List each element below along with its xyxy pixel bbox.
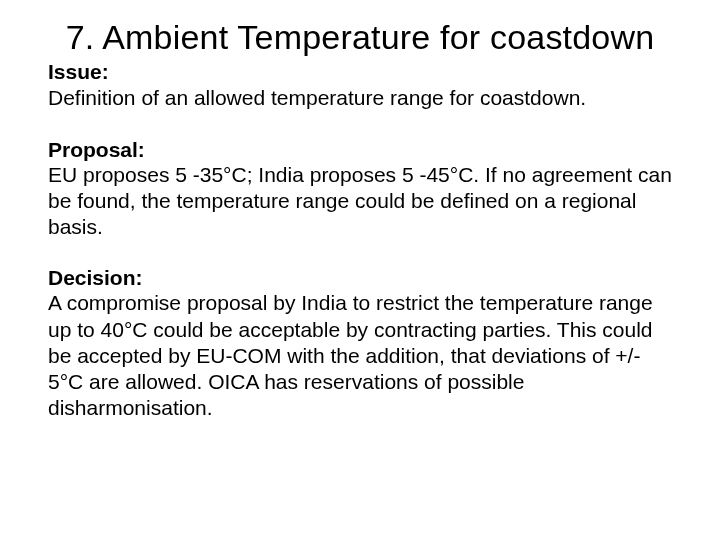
decision-section: Decision: A compromise proposal by India… <box>48 266 672 421</box>
issue-label: Issue: <box>48 60 109 83</box>
issue-section: Issue: Definition of an allowed temperat… <box>48 59 672 112</box>
decision-label: Decision: <box>48 266 143 289</box>
proposal-label: Proposal: <box>48 138 145 161</box>
proposal-section: Proposal: EU proposes 5 -35°C; India pro… <box>48 138 672 241</box>
slide-title: 7. Ambient Temperature for coastdown <box>48 18 672 57</box>
issue-text: Definition of an allowed temperature ran… <box>48 85 672 111</box>
proposal-text: EU proposes 5 -35°C; India proposes 5 -4… <box>48 162 672 241</box>
decision-text: A compromise proposal by India to restri… <box>48 290 672 421</box>
